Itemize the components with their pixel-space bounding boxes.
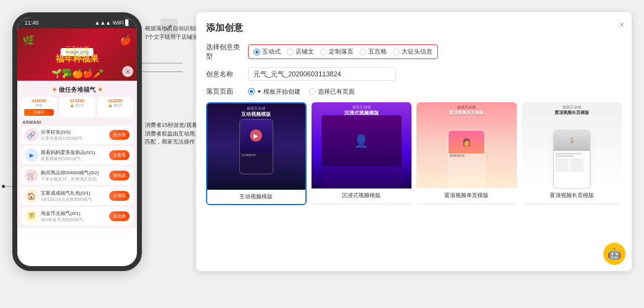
- form-row-name: 创意名称: [206, 67, 622, 81]
- name-input[interactable]: [248, 67, 396, 81]
- day1-points: ×10000: [24, 99, 54, 103]
- task-item-share: 🔗 分享好友(0/3) 分享并获得12000福气 去分享: [21, 126, 133, 144]
- home-desc: 7&/12&/18点兑换5000福气: [41, 197, 107, 203]
- watch-name: 观看妈妈爱美妆新品(0/1): [41, 149, 107, 156]
- radio-dot-bighead: [393, 49, 400, 55]
- t4-prod1: [555, 158, 569, 172]
- type-option-bighead[interactable]: 大征头信息: [393, 47, 432, 56]
- template-card-1[interactable]: 超级互动城 互动视频模版 ▶ 互动视频内容 互动视频模版: [206, 102, 307, 205]
- day2-sub: 🔒 第2天: [62, 103, 92, 108]
- day3-points: ×12000: [101, 99, 130, 103]
- type-option-custom[interactable]: 定制落页: [320, 47, 353, 56]
- buy-btn[interactable]: 去挑选: [109, 171, 130, 180]
- task-item-coin: 币 淘金币兑福气(0/1) 花100金币兑5000福气 去兑换: [21, 207, 133, 225]
- days-row: ×10000 持续 去签到 ×11000 🔒 第2天 ×12000 🔒 第3天: [21, 97, 133, 118]
- phone-time: 11:40: [25, 20, 39, 26]
- t2-person-icon: 👤: [353, 134, 369, 148]
- armani-logo: ARMANI: [22, 120, 133, 124]
- task-title: ✦ 做任务堆福气 ✦: [21, 86, 133, 94]
- dialog-close-btn[interactable]: ×: [619, 20, 624, 30]
- t4-main-text: 置顶视频长页模版: [522, 110, 622, 116]
- radio-dot-shop: [287, 49, 294, 55]
- radio-dot-custom: [320, 49, 327, 55]
- phone-signal: ▲▲▲ WiFi ▊: [94, 20, 130, 26]
- t4-products: [555, 158, 588, 172]
- radio-dot-existing: [309, 88, 316, 95]
- t4-line2: [555, 155, 575, 157]
- phone-section: Logo图标 自动识别店铺头像， 也可以更换为品牌 Logo 根据落地页自动识别…: [12, 12, 142, 271]
- task-list: 🔗 分享好友(0/3) 分享并获得12000福气 去分享 ▶ 观看妈妈爱美妆新品…: [21, 126, 133, 225]
- page-option-existing[interactable]: 选择已有页面: [309, 87, 355, 96]
- phone-close-btn[interactable]: ✕: [122, 66, 133, 77]
- day-item-3: ×12000 🔒 第3天: [97, 97, 133, 118]
- page-label: 落页页面: [206, 87, 243, 96]
- coin-btn[interactable]: 去兑换: [109, 211, 130, 221]
- armani-container: ARMANI: [21, 120, 133, 124]
- page-option-existing-label: 选择已有页面: [318, 87, 355, 96]
- t3-content: 置顶内容区域: [448, 153, 484, 158]
- phone-body: ✦ 做任务堆福气 ✦ ×10000 持续 去签到 ×11000 🔒 第2天: [17, 81, 137, 228]
- watch-info: 观看妈妈爱美妆新品(0/1) 观看视频得5000福气: [41, 149, 107, 162]
- watch-btn[interactable]: 去看看: [109, 150, 130, 160]
- template-label-4: 置顶视频长页模版: [522, 188, 622, 203]
- type-option-bighead-label: 大征头信息: [402, 47, 432, 56]
- home-name: 宝家成成福气礼包(0/1): [41, 190, 107, 197]
- chat-icon[interactable]: 🤖: [603, 243, 625, 265]
- buy-icon: 🛒: [25, 169, 38, 182]
- t4-line1: [555, 153, 582, 155]
- template-card-3[interactable]: 超级互动城 置顶视频单页模版 👩 置顶内容区域 置顶视频单页模版: [416, 102, 517, 205]
- t2-img: 👤: [321, 115, 402, 166]
- share-desc: 分享并获得12000福气: [41, 136, 107, 142]
- template-card-2[interactable]: 超级互动城 沉浸式视频模版 👤 沉浸式视频模版: [312, 102, 412, 205]
- coin-name: 淘金币兑福气(0/1): [41, 210, 107, 217]
- template-card-4[interactable]: 超级互动城 置顶视频长页模版 🏃: [522, 102, 622, 205]
- logo-label-text: Logo图标: [0, 166, 3, 174]
- t1-play-icon: ▶: [250, 129, 262, 142]
- coin-info: 淘金币兑福气(0/1) 花100金币兑5000福气: [41, 210, 107, 223]
- radio-dot-interactive: [254, 49, 260, 55]
- t4-runner-icon: 🏃: [568, 137, 576, 144]
- t4-phone: 🏃: [553, 130, 590, 188]
- form-row-type: 选择创意类型 互动式 店铺文 定制落页 五宫格: [206, 43, 622, 61]
- day-item-2: ×11000 🔒 第2天: [59, 97, 95, 118]
- watch-icon: ▶: [25, 148, 38, 162]
- type-option-custom-label: 定制落页: [329, 47, 353, 56]
- decor-right: 🍎: [120, 34, 132, 46]
- page-radio-group: ✦ 模板开始创建 选择已有页面: [248, 87, 355, 96]
- day1-sub: 持续: [24, 103, 54, 108]
- t3-top-bar: 👩: [448, 131, 484, 153]
- buy-name: 购买商品得50000福气(0/2): [41, 169, 107, 176]
- logo-dot: [2, 185, 5, 188]
- buy-info: 购买商品得50000福气(0/2) 下单全额支付，好有满足折扣: [41, 169, 107, 182]
- day2-points: ×11000: [62, 99, 92, 103]
- phone-banner: 天高地厚 福年种福果 image.png 🌿 🍎 🌱🥦🍊🍎🥕 ✕: [17, 28, 137, 81]
- type-option-shop[interactable]: 店铺文: [287, 47, 314, 56]
- main-title-line: [142, 63, 183, 63]
- type-option-grid[interactable]: 五宫格: [360, 47, 387, 56]
- t3-woman-icon: 👩: [462, 138, 471, 147]
- task-item-buy: 🛒 购买商品得50000福气(0/2) 下单全额支付，好有满足折扣 去挑选: [21, 166, 133, 185]
- type-option-shop-label: 店铺文: [295, 47, 314, 56]
- home-info: 宝家成成福气礼包(0/1) 7&/12&/18点兑换5000福气: [41, 190, 107, 203]
- day1-btn[interactable]: 去签到: [24, 109, 54, 116]
- page-option-template[interactable]: ✦ 模板开始创建: [248, 87, 300, 96]
- home-btn[interactable]: 去领取: [109, 191, 130, 201]
- name-label: 创意名称: [206, 70, 243, 79]
- radio-dot-grid: [360, 49, 366, 55]
- decor-bottom: 🌱🥦🍊🍎🥕: [51, 68, 104, 78]
- share-btn[interactable]: 去分享: [109, 130, 130, 140]
- coin-icon: 币: [25, 209, 38, 223]
- t4-prod2: [570, 158, 584, 172]
- logo-desc-text: 自动识别店铺头像， 也可以更换为品牌 Logo: [0, 194, 3, 216]
- phone-status-bar: 11:40 ▲▲▲ WiFi ▊: [17, 17, 137, 28]
- type-label: 选择创意类型: [206, 43, 243, 61]
- t1-desc: 互动视频内容: [240, 152, 273, 158]
- type-option-interactive[interactable]: 互动式: [254, 47, 281, 56]
- watch-desc: 观看视频得5000福气: [41, 156, 107, 162]
- radio-dot-template: [248, 88, 255, 95]
- t4-content: [554, 151, 590, 173]
- template-img-3: 超级互动城 置顶视频单页模版 👩 置顶内容区域: [416, 102, 517, 188]
- template-img-1: 超级互动城 互动视频模版 ▶ 互动视频内容: [207, 103, 305, 190]
- logo-annotation-box: Logo图标 自动识别店铺头像， 也可以更换为品牌 Logo: [0, 166, 3, 216]
- coin-desc: 花100金币兑5000福气: [41, 217, 107, 223]
